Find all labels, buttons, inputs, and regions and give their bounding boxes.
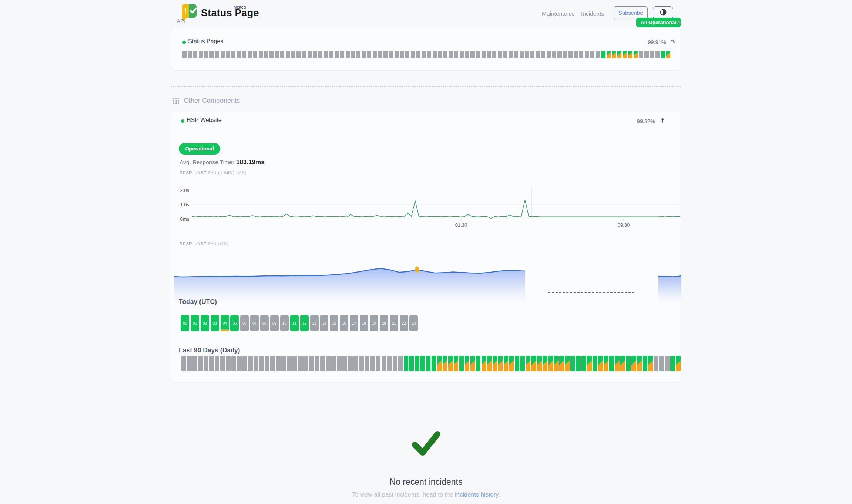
daily-uptime-bar[interactable]	[303, 356, 308, 371]
refresh-icon[interactable]: ↷	[671, 38, 675, 45]
daily-uptime-bar[interactable]	[281, 356, 286, 371]
daily-uptime-bar[interactable]	[198, 356, 203, 371]
uptime-bar[interactable]	[324, 51, 328, 58]
hour-box-21[interactable]: 21	[390, 315, 398, 331]
daily-uptime-bar[interactable]	[370, 356, 375, 371]
uptime-bar[interactable]	[291, 51, 295, 58]
arrow-up-icon[interactable]	[660, 117, 665, 125]
daily-uptime-bar[interactable]	[598, 356, 603, 371]
daily-uptime-bar[interactable]	[226, 356, 231, 371]
daily-uptime-bar[interactable]	[443, 356, 447, 371]
uptime-bar[interactable]	[460, 51, 464, 58]
daily-uptime-bar[interactable]	[587, 356, 592, 371]
uptime-bar[interactable]	[433, 51, 437, 58]
uptime-bar[interactable]	[607, 51, 611, 58]
uptime-bar[interactable]	[623, 51, 627, 58]
hour-box-10[interactable]: 10	[280, 315, 289, 331]
hour-box-09[interactable]: 09	[270, 315, 279, 331]
daily-uptime-bar[interactable]	[531, 356, 536, 371]
hour-box-05[interactable]: 05	[230, 315, 239, 331]
uptime-bar[interactable]	[405, 51, 409, 58]
daily-uptime-bar[interactable]	[270, 356, 275, 371]
uptime-bar[interactable]	[536, 51, 540, 58]
uptime-bar[interactable]	[454, 51, 458, 58]
hour-box-06[interactable]: 06	[240, 315, 249, 331]
hour-box-13[interactable]: 13	[310, 315, 319, 331]
daily-uptime-bar[interactable]	[615, 356, 620, 371]
daily-uptime-bar[interactable]	[437, 356, 442, 371]
uptime-bar[interactable]	[373, 51, 377, 58]
uptime-bar[interactable]	[579, 51, 583, 58]
hour-box-22[interactable]: 22	[400, 315, 408, 331]
daily-uptime-bar[interactable]	[459, 356, 464, 371]
daily-uptime-bar[interactable]	[192, 356, 197, 371]
uptime-bar[interactable]	[628, 51, 632, 58]
uptime-bar[interactable]	[568, 51, 573, 58]
uptime-bar[interactable]	[411, 51, 415, 58]
uptime-bar[interactable]	[259, 51, 263, 58]
uptime-bar[interactable]	[182, 51, 187, 58]
uptime-bar[interactable]	[422, 51, 426, 58]
daily-uptime-bar[interactable]	[609, 356, 614, 371]
uptime-bar[interactable]	[237, 51, 241, 58]
uptime-bar[interactable]	[563, 51, 567, 58]
daily-uptime-bar[interactable]	[526, 356, 531, 371]
daily-uptime-bar[interactable]	[576, 356, 581, 371]
nav-maintenance[interactable]: Maintenance	[542, 10, 575, 17]
hour-box-04[interactable]: 04	[221, 315, 229, 331]
uptime-bar[interactable]	[552, 51, 556, 58]
uptime-bar[interactable]	[226, 51, 230, 58]
uptime-bar[interactable]	[346, 51, 350, 58]
uptime-bar[interactable]	[530, 51, 534, 58]
hour-box-19[interactable]: 19	[370, 315, 378, 331]
daily-uptime-bar[interactable]	[593, 356, 597, 371]
uptime-bar[interactable]	[547, 51, 551, 58]
daily-uptime-bar[interactable]	[493, 356, 497, 371]
incidents-history-link[interactable]: incidents history	[455, 491, 498, 498]
uptime-bar[interactable]	[340, 51, 344, 58]
daily-uptime-bar[interactable]	[520, 356, 525, 371]
uptime-bar[interactable]	[400, 51, 404, 58]
daily-uptime-bar[interactable]	[665, 356, 670, 371]
daily-uptime-bar[interactable]	[292, 356, 297, 371]
daily-uptime-bar[interactable]	[454, 356, 459, 371]
daily-uptime-bar[interactable]	[254, 356, 258, 371]
uptime-bar[interactable]	[280, 51, 284, 58]
hour-box-18[interactable]: 18	[360, 315, 368, 331]
daily-uptime-bar[interactable]	[548, 356, 553, 371]
daily-uptime-bar[interactable]	[187, 356, 192, 371]
hour-box-14[interactable]: 14	[320, 315, 328, 331]
hour-box-00[interactable]: 00	[181, 315, 189, 331]
daily-uptime-bar[interactable]	[559, 356, 564, 371]
uptime-bar[interactable]	[313, 51, 317, 58]
uptime-bar[interactable]	[541, 51, 545, 58]
daily-uptime-bar[interactable]	[670, 356, 675, 371]
hour-box-15[interactable]: 15	[330, 315, 338, 331]
uptime-bar[interactable]	[296, 51, 301, 58]
daily-uptime-bar[interactable]	[426, 356, 431, 371]
daily-uptime-bar[interactable]	[654, 356, 658, 371]
daily-uptime-bar[interactable]	[415, 356, 420, 371]
daily-uptime-bar[interactable]	[648, 356, 653, 371]
hour-box-20[interactable]: 20	[380, 315, 388, 331]
daily-uptime-bar[interactable]	[554, 356, 559, 371]
uptime-bar[interactable]	[286, 51, 290, 58]
uptime-bar[interactable]	[612, 51, 616, 58]
uptime-bar[interactable]	[231, 51, 235, 58]
daily-uptime-bar[interactable]	[404, 356, 409, 371]
uptime-bar[interactable]	[525, 51, 529, 58]
uptime-bar[interactable]	[590, 51, 594, 58]
uptime-bar[interactable]	[302, 51, 306, 58]
uptime-bar[interactable]	[498, 51, 502, 58]
daily-uptime-bar[interactable]	[287, 356, 292, 371]
uptime-bar[interactable]	[209, 51, 214, 58]
daily-uptime-bar[interactable]	[220, 356, 225, 371]
hour-box-03[interactable]: 03	[211, 315, 219, 331]
daily-uptime-bar[interactable]	[204, 356, 208, 371]
hour-box-11[interactable]: 11	[290, 315, 299, 331]
daily-uptime-bar[interactable]	[465, 356, 470, 371]
daily-uptime-bar[interactable]	[432, 356, 436, 371]
daily-uptime-bar[interactable]	[276, 356, 281, 371]
daily-uptime-bar[interactable]	[331, 356, 336, 371]
subscribe-button[interactable]: Subscribe	[614, 6, 648, 19]
